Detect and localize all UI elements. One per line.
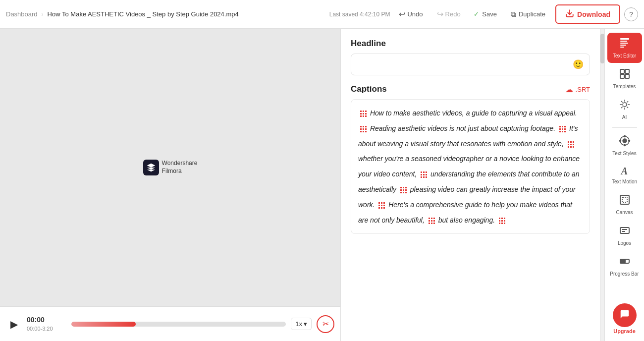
scissors-button[interactable]: ✂ (317, 315, 334, 333)
text-motion-icon: A (621, 166, 628, 177)
drag-handle-3[interactable] (559, 125, 566, 132)
download-label: Download (577, 10, 610, 18)
svg-rect-6 (620, 69, 624, 73)
svg-rect-17 (620, 195, 629, 204)
sidebar-item-text-motion[interactable]: A Text Motion (607, 162, 642, 189)
breadcrumb-dashboard[interactable]: Dashboard (6, 10, 38, 18)
sidebar-divider-1 (612, 127, 637, 128)
scrollbar-thumb[interactable] (600, 34, 604, 63)
upgrade-label[interactable]: Upgrade (613, 328, 636, 334)
captions-header: Captions ☁ .SRT (351, 84, 590, 94)
checkmark-icon: ✓ (474, 10, 479, 18)
text-styles-label: Text Styles (612, 151, 636, 157)
filmora-brand: Wondershare (162, 160, 198, 168)
current-time: 00:00 (27, 315, 66, 325)
svg-rect-5 (620, 47, 624, 48)
last-saved-text: Last saved 4:42:10 PM (329, 11, 390, 18)
download-button[interactable]: Download (555, 4, 620, 24)
captions-box[interactable]: How to make aesthetic videos, a guide to… (351, 99, 590, 234)
drag-handle-2[interactable] (360, 125, 367, 132)
upgrade-button[interactable] (613, 303, 637, 327)
drag-handle-4[interactable] (567, 141, 574, 148)
svg-rect-19 (620, 227, 629, 233)
watermark: Wondershare Filmora (143, 160, 198, 175)
sidebar-item-templates[interactable]: Templates (607, 64, 642, 94)
cloud-upload-icon: ☁ (565, 85, 573, 94)
svg-point-12 (623, 139, 627, 143)
text-motion-label: Text Motion (612, 179, 637, 185)
headline-input-wrap[interactable]: 🙂 (351, 54, 590, 75)
center-panel: Headline 🙂 Captions ☁ .SRT (340, 29, 600, 341)
download-icon (565, 9, 574, 19)
drag-handle-8[interactable] (428, 217, 435, 224)
redo-button[interactable]: ↪ Redo (432, 7, 466, 21)
save-button[interactable]: ✓ Save (470, 8, 501, 20)
svg-rect-4 (620, 45, 626, 46)
sidebar-item-ai[interactable]: AI (607, 95, 642, 124)
text-editor-label: Text Editor (613, 53, 636, 59)
text-styles-icon (619, 135, 631, 149)
sidebar-item-text-styles[interactable]: Text Styles (607, 131, 642, 161)
sidebar-item-canvas[interactable]: Canvas (607, 190, 642, 220)
undo-button[interactable]: ↩ Undo (394, 7, 428, 21)
svg-point-15 (619, 140, 621, 142)
undo-label: Undo (407, 10, 423, 18)
duplicate-icon: ⧉ (511, 10, 516, 19)
scrollbar-track[interactable] (600, 29, 604, 341)
drag-handle-7[interactable] (378, 202, 385, 209)
chat-icon (619, 309, 630, 322)
svg-rect-7 (625, 69, 629, 73)
ai-label: AI (622, 114, 627, 120)
sidebar-item-logos[interactable]: Logos (607, 221, 642, 250)
drag-handle-6[interactable] (400, 186, 407, 193)
svg-point-16 (628, 140, 630, 142)
progress-track (71, 322, 286, 327)
scissors-icon: ✂ (322, 319, 329, 329)
filmora-logo-box (143, 160, 159, 175)
progress-bar-wrap[interactable] (71, 319, 286, 329)
help-button[interactable]: ? (624, 7, 638, 21)
drag-handle-5[interactable] (420, 171, 427, 178)
topbar: Dashboard › How To Make AESTHETIC Videos… (0, 0, 644, 29)
svg-rect-9 (625, 74, 629, 78)
svg-point-14 (624, 145, 625, 146)
play-button[interactable]: ▶ (6, 316, 22, 332)
canvas-icon (619, 194, 631, 208)
speed-selector[interactable]: 1x ▾ (291, 318, 312, 330)
drag-handle-1[interactable] (360, 110, 367, 117)
sidebar-item-progress-bar[interactable]: Progress Bar (607, 251, 642, 281)
redo-label: Redo (445, 10, 461, 18)
svg-rect-1 (620, 38, 629, 40)
undo-icon: ↩ (399, 9, 405, 19)
logos-label: Logos (618, 240, 631, 246)
time-display: 00:00 00:00-3:20 (27, 315, 66, 333)
text-editor-icon (619, 37, 631, 51)
video-canvas: Wondershare Filmora (0, 29, 340, 306)
sidebar-item-text-editor[interactable]: Text Editor (607, 33, 642, 63)
templates-label: Templates (613, 84, 636, 90)
duplicate-button[interactable]: ⧉ Duplicate (505, 7, 551, 21)
svg-rect-2 (620, 41, 627, 42)
srt-button[interactable]: ☁ .SRT (565, 85, 590, 94)
speed-value: 1x (295, 320, 302, 328)
ai-icon (619, 99, 631, 113)
svg-point-13 (624, 136, 625, 137)
svg-rect-21 (620, 259, 625, 263)
redo-icon: ↪ (437, 9, 443, 19)
captions-section: Captions ☁ .SRT How to make aesthetic vi… (351, 84, 590, 234)
svg-rect-3 (620, 43, 628, 44)
drag-handle-9[interactable] (498, 217, 505, 224)
breadcrumb-sep: › (42, 11, 44, 18)
emoji-icon[interactable]: 🙂 (573, 59, 584, 70)
svg-point-10 (623, 103, 627, 107)
progress-bar-label: Progress Bar (610, 271, 639, 277)
progress-fill (71, 322, 136, 327)
headline-section: Headline 🙂 (351, 39, 590, 75)
svg-rect-8 (620, 74, 624, 78)
captions-label: Captions (351, 84, 387, 94)
filmora-product: Filmora (162, 168, 198, 175)
video-panel: Wondershare Filmora ▶ 00:00 00:00-3:20 1… (0, 29, 340, 341)
logos-icon (619, 225, 631, 238)
playback-controls: ▶ 00:00 00:00-3:20 1x ▾ ✂ (0, 306, 340, 341)
duplicate-label: Duplicate (519, 10, 545, 18)
